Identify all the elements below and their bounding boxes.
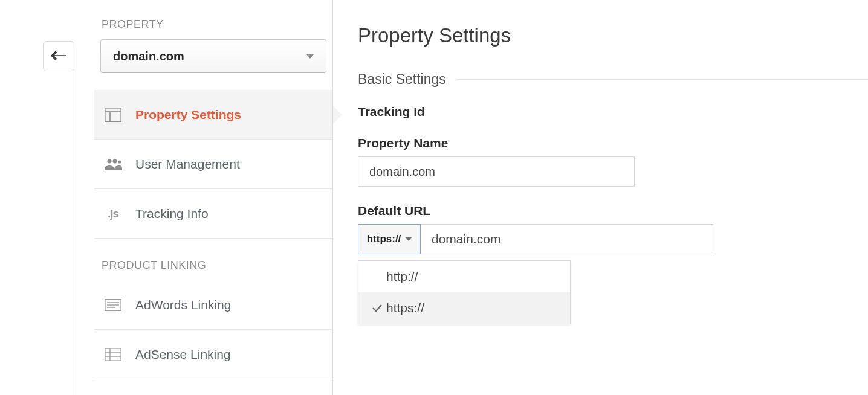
property-name-input[interactable] xyxy=(358,156,635,187)
svg-point-5 xyxy=(118,160,121,163)
protocol-option-https[interactable]: https:// xyxy=(358,292,570,324)
default-url-row: https:// domain.com xyxy=(358,224,713,254)
protocol-dropdown-panel: http:// https:// xyxy=(358,260,571,324)
content-panel: Property Settings Basic Settings Trackin… xyxy=(358,24,868,341)
basic-settings-subsection: Basic Settings xyxy=(358,71,868,88)
users-icon xyxy=(103,158,123,170)
property-selector[interactable]: domain.com xyxy=(100,39,326,73)
list-icon xyxy=(103,348,123,361)
property-selector-value: domain.com xyxy=(113,50,184,63)
chevron-down-icon xyxy=(306,54,314,59)
sidebar: PROPERTY domain.com Property Settings Us… xyxy=(94,0,332,379)
sidebar-item-adwords-linking[interactable]: AdWords Linking xyxy=(94,280,332,330)
protocol-selected-value: https:// xyxy=(367,233,401,245)
subsection-label: Basic Settings xyxy=(358,71,446,88)
sidebar-item-adsense-linking[interactable]: AdSense Linking xyxy=(94,330,332,379)
linking-menu: AdWords Linking AdSense Linking xyxy=(94,280,332,379)
check-icon xyxy=(371,304,384,312)
sidebar-item-label: Tracking Info xyxy=(135,207,209,221)
property-menu: Property Settings User Management .js Tr… xyxy=(94,90,332,239)
product-linking-heading: PRODUCT LINKING xyxy=(102,259,332,272)
sidebar-item-property-settings[interactable]: Property Settings xyxy=(94,90,332,140)
back-button[interactable] xyxy=(43,41,74,71)
property-heading: PROPERTY xyxy=(102,18,332,31)
sidebar-item-user-management[interactable]: User Management xyxy=(94,140,332,189)
sidebar-item-tracking-info[interactable]: .js Tracking Info xyxy=(94,189,332,239)
protocol-option-label: http:// xyxy=(386,269,418,284)
property-name-label: Property Name xyxy=(358,136,868,150)
tracking-id-label: Tracking Id xyxy=(358,104,868,119)
subsection-rule xyxy=(457,79,868,80)
card-icon xyxy=(103,299,123,311)
layout-icon xyxy=(103,108,123,122)
default-url-label: Default URL xyxy=(358,204,868,218)
page-title: Property Settings xyxy=(358,24,868,47)
protocol-option-label: https:// xyxy=(386,301,424,315)
protocol-dropdown-button[interactable]: https:// xyxy=(358,224,421,254)
svg-point-4 xyxy=(113,159,117,163)
default-url-input[interactable]: domain.com xyxy=(421,225,713,254)
vertical-rule xyxy=(74,71,74,395)
protocol-option-http[interactable]: http:// xyxy=(358,261,570,292)
sidebar-item-label: AdSense Linking xyxy=(135,347,231,362)
back-arrow-icon xyxy=(51,51,66,62)
sidebar-item-label: Property Settings xyxy=(135,108,241,122)
svg-point-3 xyxy=(108,159,112,163)
svg-rect-10 xyxy=(105,348,121,360)
chevron-down-icon xyxy=(406,237,412,241)
vertical-divider xyxy=(332,0,333,395)
js-icon: .js xyxy=(103,207,123,220)
sidebar-item-label: User Management xyxy=(135,157,240,172)
svg-rect-0 xyxy=(105,108,121,121)
sidebar-item-label: AdWords Linking xyxy=(135,298,231,312)
